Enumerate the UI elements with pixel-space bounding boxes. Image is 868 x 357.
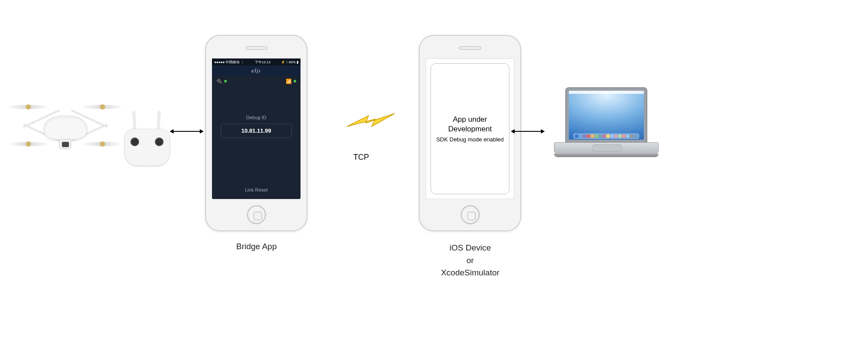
debug-id-label: Debug ID [212, 115, 301, 120]
svg-marker-0 [347, 113, 395, 127]
dev-app-subtitle: SDK Debug mode enabled [436, 136, 504, 143]
dock-icon [574, 134, 639, 139]
app-brand: cİjı [212, 65, 301, 76]
macos-desktop-icon [569, 91, 644, 140]
remote-controller-icon [120, 118, 174, 175]
dev-cap-line1: iOS Device [449, 243, 491, 252]
bridge-phone: ●●●●● 中国移动 ⋮ 下午12:13 ⚡ ⃰ 80% ▮ cİjı 🔌 📶 … [205, 35, 308, 231]
tcp-label: TCP [353, 153, 369, 162]
dev-app-screen: App under Development SDK Debug mode ena… [426, 58, 514, 199]
dev-phone: App under Development SDK Debug mode ena… [419, 35, 521, 231]
usb-plug-icon: 🔌 [216, 79, 227, 84]
time-label: 下午12:13 [255, 60, 270, 65]
status-bar: ●●●●● 中国移动 ⋮ 下午12:13 ⚡ ⃰ 80% ▮ [212, 58, 301, 65]
bridge-app-screen: ●●●●● 中国移动 ⋮ 下午12:13 ⚡ ⃰ 80% ▮ cİjı 🔌 📶 … [212, 58, 301, 199]
architecture-diagram: ●●●●● 中国移动 ⋮ 下午12:13 ⚡ ⃰ 80% ▮ cİjı 🔌 📶 … [0, 0, 868, 357]
bridge-caption: Bridge App [204, 242, 309, 251]
lightning-bolt-icon [345, 105, 397, 141]
link-reset-button[interactable]: Link Reset [212, 187, 301, 192]
carrier-label: ●●●●● 中国移动 ⋮ [214, 60, 244, 65]
dev-app-title: App under Development [435, 115, 505, 134]
battery-label: ⚡ ⃰ 80% ▮ [281, 60, 298, 64]
arrow-drone-to-bridge [174, 131, 200, 132]
connection-icons-row: 🔌 📶 [212, 76, 301, 86]
mac-laptop [554, 87, 659, 166]
home-button-icon [247, 205, 266, 224]
dev-cap-line2: or [467, 256, 474, 265]
arrow-dev-to-laptop [515, 131, 541, 132]
dev-caption: iOS Device or XcodeSimulator [418, 242, 523, 279]
wifi-icon: 📶 [286, 79, 296, 84]
home-button-icon [461, 205, 480, 224]
dev-cap-line3: XcodeSimulator [441, 268, 499, 277]
drone-icon [13, 87, 118, 161]
drone-and-controller [13, 79, 170, 179]
debug-ip-value: 10.81.11.99 [221, 124, 292, 138]
